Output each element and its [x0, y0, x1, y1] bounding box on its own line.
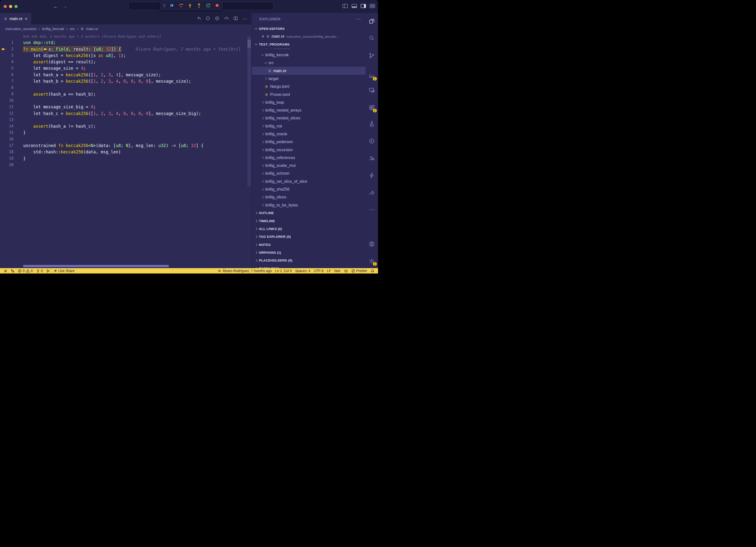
toggle-secondary-sidebar-icon[interactable] — [361, 4, 366, 9]
history-forward-icon[interactable]: → — [63, 4, 67, 9]
close-window-button[interactable] — [4, 5, 7, 8]
accounts-icon[interactable] — [367, 238, 377, 249]
activity-extensions-icon[interactable]: 2 — [367, 102, 377, 113]
debug-restart-button[interactable] — [205, 2, 211, 8]
gitlens-blame-status[interactable]: Álvaro Rodríguez, 7 months ago — [216, 268, 273, 274]
more-actions-icon[interactable]: ⋯ — [243, 16, 247, 22]
indentation-status[interactable]: Spaces: 4 — [293, 268, 312, 274]
tree-item-brillig-schnorr[interactable]: brillig_schnorr — [252, 169, 366, 177]
prettier-status[interactable]: Prettier — [350, 268, 369, 274]
split-editor-icon[interactable] — [233, 16, 238, 22]
toggle-panel-icon[interactable] — [352, 4, 357, 9]
outline-circle-icon[interactable] — [205, 16, 210, 22]
section-orphans-1[interactable]: ORPHANS (1) — [252, 248, 366, 256]
line-number[interactable]: 7 — [11, 78, 13, 84]
close-tab-icon[interactable]: × — [25, 16, 27, 21]
tree-item-brillig-not[interactable]: brillig_not — [252, 122, 366, 130]
activity-remote-explorer-icon[interactable] — [367, 85, 377, 95]
git-compare-icon[interactable] — [9, 268, 16, 274]
eol-status[interactable]: LF — [325, 268, 333, 274]
tree-item-brillig-slices[interactable]: brillig_slices — [252, 193, 366, 201]
run-status-icon[interactable] — [44, 268, 52, 274]
activity-lightning-icon[interactable] — [367, 170, 377, 181]
horizontal-scrollbar[interactable] — [23, 265, 169, 267]
debug-step-into-button[interactable] — [187, 2, 193, 8]
encoding-status[interactable]: UTF-8 — [312, 268, 325, 274]
debug-step-out-button[interactable] — [196, 2, 202, 8]
toolbar-drag-handle[interactable] — [163, 2, 166, 8]
debug-step-over-button[interactable] — [178, 2, 184, 8]
tree-item-src[interactable]: src — [252, 59, 366, 67]
line-number[interactable]: 1 — [11, 39, 13, 46]
cursor-position-status[interactable]: Ln 2, Col 9 — [273, 268, 293, 274]
line-number[interactable]: 14 — [9, 123, 13, 129]
activity-testing-icon[interactable] — [367, 118, 377, 129]
tree-item-brillig-keccak[interactable]: brillig_keccak — [252, 51, 366, 59]
code-area[interactable]: kek kek kek, 3 months ago | 3 authors (Á… — [0, 33, 251, 268]
activity-run-panel-icon[interactable] — [367, 135, 377, 146]
tree-item-brillig-recursion[interactable]: brillig_recursion — [252, 146, 366, 154]
tree-item-brillig-to-be-bytes[interactable]: brillig_to_be_bytes — [252, 201, 366, 209]
gauge-icon[interactable] — [224, 16, 229, 22]
remote-indicator[interactable] — [2, 268, 9, 274]
section-tag-explorer-0[interactable]: TAG EXPLORER (0) — [252, 233, 366, 241]
history-back-icon[interactable]: ← — [53, 4, 58, 9]
activity-search-icon[interactable] — [367, 33, 377, 43]
line-number[interactable]: 18 — [9, 149, 13, 155]
breadcrumb-item[interactable]: execution_success — [5, 27, 36, 31]
line-number[interactable]: 3 — [11, 52, 13, 59]
ports-status[interactable]: 0 — [34, 268, 45, 274]
line-number[interactable]: 2 — [11, 46, 13, 52]
tree-item-nargo-toml[interactable]: Nargo.toml — [252, 83, 366, 90]
minimize-window-button[interactable] — [9, 5, 12, 8]
section-open-editors[interactable]: OPEN EDITORS — [252, 25, 366, 33]
line-number[interactable]: 20 — [9, 162, 13, 168]
customize-layout-icon[interactable] — [370, 4, 375, 9]
activity-run-debug-icon[interactable]: 1 — [367, 70, 377, 81]
section-test-programs[interactable]: TEST_PROGRAMS — [252, 41, 366, 48]
tree-item-main-nr[interactable]: main.nr — [252, 67, 366, 75]
line-number[interactable]: 12 — [9, 110, 13, 117]
tree-item-brillig-pedersen[interactable]: brillig_pedersen — [252, 138, 366, 146]
problems-status[interactable]: 0 0 — [16, 268, 34, 274]
line-number[interactable]: 19 — [9, 155, 13, 162]
section-all-links-0[interactable]: ALL LINKS (0) — [252, 225, 366, 233]
tree-item-target[interactable]: target — [252, 75, 366, 83]
debug-continue-button[interactable] — [169, 2, 175, 8]
copilot-status-icon[interactable] — [342, 268, 350, 274]
tree-item-brillig-nested-slices[interactable]: brillig_nested_slices — [252, 114, 366, 122]
open-editor-item[interactable]: × main.nr execution_success/brillig_kecc… — [252, 33, 366, 40]
open-changes-icon[interactable] — [196, 16, 201, 22]
breadcrumb-item[interactable]: brillig_keccak — [42, 27, 64, 31]
section-backlinks[interactable]: BACKLINKS — [252, 264, 366, 268]
tree-item-brillig-set-slice-of-slice[interactable]: brillig_set_slice_of_slice — [252, 177, 366, 185]
line-number[interactable]: 10 — [9, 97, 13, 104]
activity-source-control-icon[interactable] — [367, 50, 377, 61]
settings-gear-icon[interactable]: 1 — [367, 255, 377, 266]
activity-profile-search-icon[interactable] — [367, 153, 377, 164]
line-number[interactable]: 15 — [9, 129, 13, 136]
line-number[interactable]: 11 — [9, 104, 13, 110]
tab-main-nr[interactable]: main.nr × — [0, 13, 32, 24]
activity-explorer-icon[interactable] — [367, 16, 377, 26]
line-number[interactable]: 17 — [9, 142, 13, 149]
debug-stop-button[interactable] — [214, 2, 220, 8]
line-number[interactable]: 16 — [9, 136, 13, 142]
language-mode-status[interactable]: Noir — [333, 268, 342, 274]
line-number[interactable]: 13 — [9, 117, 13, 123]
tree-item-brillig-oracle[interactable]: brillig_oracle — [252, 130, 366, 138]
zoom-window-button[interactable] — [14, 5, 18, 8]
tree-item-prover-toml[interactable]: Prover.toml — [252, 90, 366, 98]
line-number[interactable]: 9 — [11, 91, 13, 97]
section-notes[interactable]: NOTES — [252, 241, 366, 248]
line-number[interactable]: 6 — [11, 72, 13, 78]
line-number[interactable]: 4 — [11, 59, 13, 65]
close-editor-icon[interactable]: × — [262, 34, 264, 39]
tree-item-brillig-sha256[interactable]: brillig_sha256 — [252, 185, 366, 193]
vertical-scrollbar[interactable] — [247, 36, 251, 186]
section-outline[interactable]: OUTLINE — [252, 209, 366, 217]
toggle-primary-sidebar-icon[interactable] — [343, 4, 348, 9]
section-placeholders-0[interactable]: PLACEHOLDERS (0) — [252, 256, 366, 264]
run-circle-icon[interactable] — [215, 16, 220, 22]
tree-item-brillig-references[interactable]: brillig_references — [252, 154, 366, 162]
